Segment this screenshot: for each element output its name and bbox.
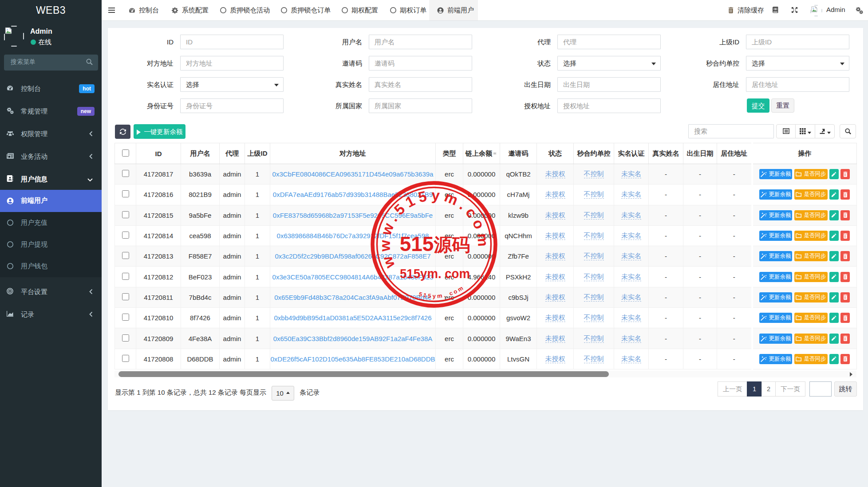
svg-text:www.515ym.com: www.515ym.com: [368, 178, 494, 271]
svg-text:515源码: 515源码: [400, 232, 470, 255]
svg-text:515ym. com: 515ym. com: [400, 266, 470, 281]
